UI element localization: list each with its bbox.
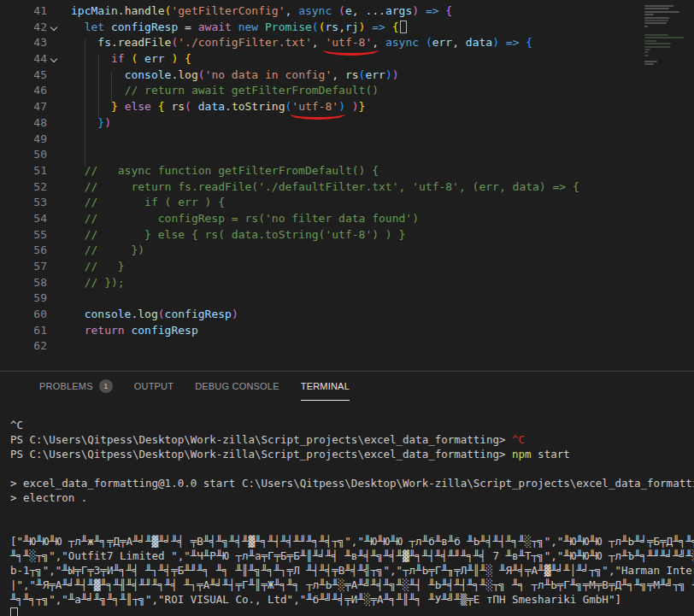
tab-output[interactable]: OUTPUT	[134, 372, 174, 401]
code-line[interactable]: 43 fs.readFile('./configFilter.txt', 'ut…	[0, 35, 694, 51]
code-text: if ( err ) {	[63, 51, 191, 67]
terminal-text: ╨╕╨╕┬╗","╨а╨╛╨╗╨╕╨║┬╗","ROI VISUAL Co., …	[10, 593, 621, 606]
code-token	[71, 21, 85, 33]
code-line[interactable]: 61 return configResp	[0, 323, 694, 339]
fold-spacer	[47, 307, 63, 323]
code-token: configResp	[131, 324, 197, 337]
terminal-line: |","╨Я╤А╨╛╨┤╨▓╨╕╨╢╨╡╨╜╨╕╨╡ ╨┐╤А╨╛╨┤╤Г╨║╤…	[10, 578, 694, 592]
code-line[interactable]: 50	[0, 147, 694, 163]
code-token	[258, 21, 265, 33]
code-text: // configResp = rs('no filter data found…	[63, 211, 419, 227]
code-line[interactable]: 49	[0, 132, 694, 148]
terminal-text: start	[532, 448, 570, 461]
code-line[interactable]: 45 console.log('no data in config', rs(e…	[0, 67, 694, 84]
code-token: let	[85, 21, 104, 33]
code-token	[71, 100, 111, 113]
code-line[interactable]: 56 // })	[0, 243, 694, 259]
tab-label: TERMINAL	[301, 381, 350, 391]
code-line[interactable]: 47 } else { rs( data.toString('utf-8') )…	[0, 99, 694, 115]
code-line[interactable]: 55 // } else { rs( data.toString('utf-8'…	[0, 227, 694, 243]
code-token: Promise	[265, 21, 312, 33]
code-token: './configFilter.txt'	[178, 36, 312, 49]
code-token: await	[198, 21, 232, 33]
code-line[interactable]: 57 // }	[0, 259, 694, 275]
terminal-output[interactable]: ^CPS C:\Users\Qitpess\Desktop\Work-zilla…	[0, 401, 694, 616]
code-area[interactable]: 41ipcMain.handle('getFilterConfig', asyn…	[0, 3, 694, 355]
code-token: ,	[332, 68, 345, 81]
code-token	[71, 228, 85, 241]
minimap-line	[644, 8, 669, 9]
code-text	[63, 338, 71, 355]
code-token: e	[345, 4, 352, 17]
minimap-line	[644, 46, 670, 48]
code-editor[interactable]: 41ipcMain.handle('getFilterConfig', asyn…	[0, 0, 694, 371]
code-line[interactable]: 51 // async function getFilterFromDefaul…	[0, 163, 694, 179]
code-token: // }	[85, 260, 125, 273]
code-token: // return await getFilterFromDefault()	[125, 84, 379, 97]
code-token	[191, 100, 198, 113]
code-token: // });	[85, 276, 125, 289]
code-line[interactable]: 62	[0, 338, 694, 355]
minimap-line	[644, 51, 649, 53]
problems-count-badge: 1	[99, 379, 113, 393]
code-token: readFile	[118, 36, 172, 49]
code-token: handle	[125, 4, 165, 17]
code-line[interactable]: 48 })	[0, 115, 694, 132]
tab-terminal[interactable]: TERMINAL	[301, 372, 350, 401]
tab-problems[interactable]: PROBLEMS1	[39, 372, 113, 401]
code-token: )	[412, 4, 419, 17]
string-with-red-annotation: 'utf-8'	[291, 99, 338, 115]
string-with-red-annotation: 'utf-8'	[325, 35, 372, 51]
code-line[interactable]: 52 // return fs.readFile('./defaultFilte…	[0, 179, 694, 196]
code-line[interactable]: 60 console.log(configResp)	[0, 307, 694, 323]
code-line[interactable]: 46 // return await getFilterFromDefault(…	[0, 83, 694, 99]
line-number: 44	[0, 51, 47, 67]
tab-debug-console[interactable]: DEBUG CONSOLE	[195, 372, 279, 401]
fold-chevron-icon[interactable]	[47, 51, 63, 67]
terminal-line: ╨╕╨░┬╗","Outfit7 Limited ","╨Ч╨Р╨Ю ┬л╨а╤…	[10, 549, 694, 563]
code-line[interactable]: 41ipcMain.handle('getFilterConfig', asyn…	[0, 3, 694, 20]
fold-spacer	[47, 243, 63, 259]
bottom-panel: PROBLEMS1OUTPUTDEBUG CONSOLETERMINAL ^CP…	[0, 371, 694, 616]
indent-guide	[98, 55, 99, 119]
code-token: (	[426, 36, 432, 49]
code-text: // } else { rs( data.toString('utf-8') )…	[63, 227, 405, 243]
code-token: data	[466, 36, 492, 49]
minimap[interactable]	[643, 0, 692, 367]
code-line[interactable]: 53 // if ( err ) {	[0, 195, 694, 211]
code-token	[71, 196, 85, 208]
minimap-line	[644, 34, 668, 36]
terminal-line	[10, 505, 694, 519]
code-token: .	[118, 4, 125, 17]
code-line[interactable]: 54 // configResp = rs('no filter data fo…	[0, 211, 694, 227]
code-token	[345, 100, 352, 113]
code-token: =	[178, 21, 197, 33]
code-line[interactable]: 58 // });	[0, 275, 694, 291]
code-text: return configResp	[63, 323, 198, 339]
code-token: }	[359, 100, 366, 113]
code-token: // configResp = rs('no filter data found…	[85, 212, 419, 225]
fold-chevron-icon[interactable]	[47, 20, 63, 36]
code-token: )	[492, 36, 499, 49]
terminal-cursor	[10, 607, 18, 616]
code-line[interactable]: 42 let configResp = await new Promise((r…	[0, 20, 694, 36]
vscode-window: 41ipcMain.handle('getFilterConfig', asyn…	[0, 0, 694, 616]
minimap-line	[644, 40, 656, 42]
code-token	[104, 21, 111, 33]
code-token	[232, 21, 238, 33]
code-token: err	[365, 68, 385, 81]
line-number: 46	[0, 83, 47, 99]
fold-spacer	[47, 3, 63, 20]
code-token: )	[232, 308, 238, 320]
indent-guide	[85, 38, 85, 167]
code-token	[419, 4, 426, 17]
code-token: err	[144, 52, 164, 65]
line-number: 43	[0, 35, 47, 51]
line-number: 51	[0, 163, 47, 179]
terminal-text: |","╨Я╤А╨╛╨┤╨▓╨╕╨╢╨╡╨╜╨╕╨╡ ╨┐╤А╨╛╨┤╤Г╨║╤…	[10, 578, 694, 591]
code-line[interactable]: 59	[0, 290, 694, 307]
code-token: rs	[171, 100, 185, 113]
fold-spacer	[47, 132, 63, 148]
line-number: 60	[0, 307, 47, 323]
code-token: }	[111, 100, 118, 113]
